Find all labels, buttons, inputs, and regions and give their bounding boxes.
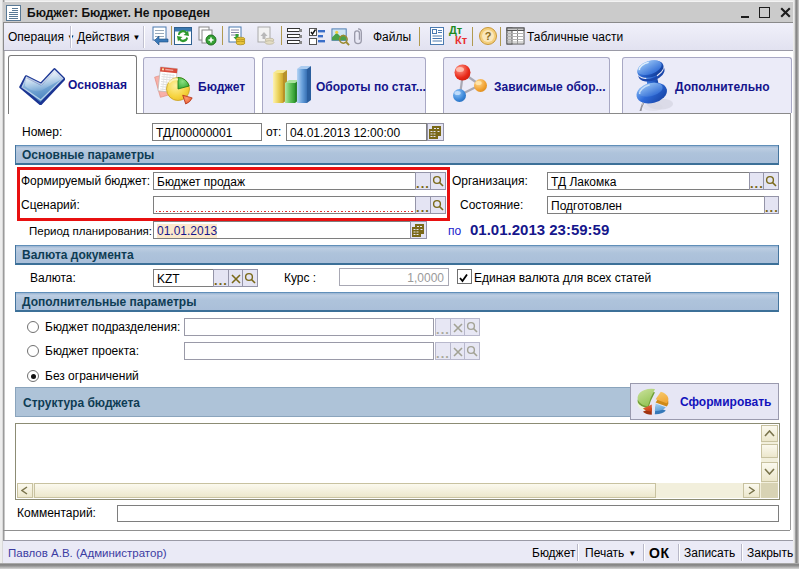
svg-text:?: ? (485, 30, 492, 42)
